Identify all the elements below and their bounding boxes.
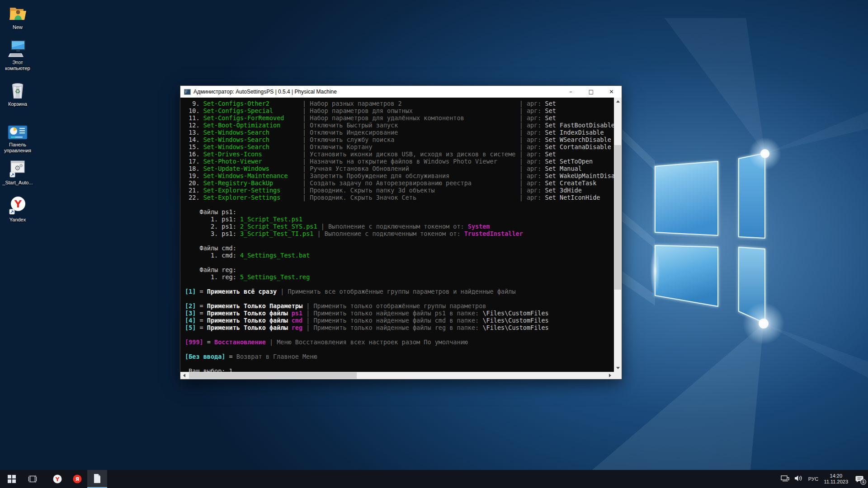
console-line: 12. Set-Boot-Optimization | Отключить Бы… — [185, 122, 614, 129]
window-titlebar[interactable]: Администратор: AutoSettingsPS | 0.5.4 | … — [180, 86, 622, 98]
console-line: 13. Set-Windows-Search | Отключить Индек… — [185, 129, 614, 136]
svg-text:♻: ♻ — [15, 88, 21, 95]
taskbar-yandex-search[interactable]: Я — [67, 470, 87, 488]
console-line: [Без ввода] = Возврат в Главное Меню — [185, 353, 614, 360]
desktop-icon-label: Этот компьютер — [0, 60, 35, 71]
svg-text:⚙: ⚙ — [19, 163, 24, 168]
clock-date: 11.11.2023 — [824, 479, 848, 484]
console-line — [185, 281, 614, 288]
console-line: [2] = Применить Только Параметры | Приме… — [185, 302, 614, 310]
minimize-button[interactable]: – — [561, 86, 581, 98]
desktop-icon-recycle-bin[interactable]: ♻ Корзина — [0, 80, 35, 107]
console-line: 17. Set-Photo-Viewer | Назначить на откр… — [185, 158, 614, 165]
console-line: 21. Set-Explorer-Settings | Проводник. С… — [185, 187, 614, 194]
console-line: 22. Set-Explorer-Settings | Проводник. С… — [185, 194, 614, 201]
taskbar-console-app[interactable] — [87, 470, 107, 488]
console-line — [185, 331, 614, 338]
console-line: Файлы ps1: — [185, 208, 614, 216]
desktop-icon-label: Корзина — [0, 101, 35, 107]
console-line: 10. Set-Configs-Special | Набор параметр… — [185, 107, 614, 114]
console-line — [185, 346, 614, 353]
scroll-down-button[interactable] — [614, 364, 622, 372]
close-button[interactable]: ✕ — [601, 86, 622, 98]
taskbar-clock[interactable]: 14:20 11.11.2023 — [824, 473, 848, 485]
console-line: [5] = Применить Только файлы reg | Приме… — [185, 324, 614, 331]
desktop-icon-label: Yandex — [0, 217, 35, 223]
horizontal-scroll-thumb[interactable] — [189, 372, 357, 379]
console-line: 15. Set-Windows-Search | Отключить Корта… — [185, 143, 614, 150]
scroll-left-button[interactable] — [180, 372, 188, 379]
svg-text:Y: Y — [55, 476, 60, 483]
computer-icon — [0, 39, 35, 59]
document-icon — [93, 474, 101, 483]
desktop-icon-this-pc[interactable]: Этот компьютер — [0, 39, 35, 71]
console-text[interactable]: 9. Set-Configs-Other2 | Набор разных пар… — [180, 98, 614, 372]
task-view-button[interactable] — [23, 470, 42, 488]
console-line — [185, 259, 614, 266]
windows-logo-icon — [8, 475, 16, 483]
system-tray: РУС 14:20 11.11.2023 1 — [781, 470, 865, 488]
task-view-icon — [28, 475, 37, 483]
console-line: 18. Set-Update-Windows | Ручная Установк… — [185, 165, 614, 172]
control-panel-icon — [0, 121, 35, 141]
scroll-right-button[interactable] — [606, 372, 614, 379]
shared-folder-icon — [0, 4, 35, 23]
taskbar: Y Я РУС 14:20 1 — [0, 470, 868, 488]
console-line — [185, 201, 614, 208]
console-line: 11. Set-Configs-ForRemoved | Набор парам… — [185, 114, 614, 122]
desktop-icon-label: _Start_Auto... — [0, 180, 35, 186]
scroll-up-button[interactable] — [614, 98, 622, 105]
scrollbar-corner — [614, 372, 622, 379]
horizontal-scrollbar[interactable] — [180, 372, 614, 379]
start-button[interactable] — [2, 470, 22, 488]
action-center-button[interactable]: 1 — [854, 473, 865, 485]
console-line: [1] = Применить всё сразу | Применить вс… — [185, 288, 614, 295]
console-line: [4] = Применить Только файлы cmd | Приме… — [185, 317, 614, 324]
script-window-gears-icon: ⚙ ⚙ — [0, 159, 35, 179]
taskbar-yandex-browser[interactable]: Y — [47, 470, 67, 488]
console-line: 2. ps1: 2_Script_Test_SYS.ps1 | Выполнен… — [185, 223, 614, 230]
maximize-button[interactable]: □ — [581, 86, 601, 98]
console-body: 9. Set-Configs-Other2 | Набор разных пар… — [180, 98, 622, 379]
console-line: 20. Set-Registry-BackUp | Создать задачу… — [185, 179, 614, 187]
volume-tray-icon[interactable] — [795, 475, 803, 483]
console-line: [999] = Восстановление | Меню Восстановл… — [185, 338, 614, 346]
desktop-icon-new-folder[interactable]: New — [0, 4, 35, 30]
svg-text:Y: Y — [14, 198, 22, 210]
console-line: [3] = Применить Только файлы ps1 | Приме… — [185, 310, 614, 317]
console-line — [185, 360, 614, 367]
desktop-icon-label: New — [0, 24, 35, 30]
recycle-bin-icon: ♻ — [0, 80, 35, 100]
console-line: 16. Set-Drives-Icons | Установить иконки… — [185, 150, 614, 158]
desktop-icon-control-panel[interactable]: Панель управления — [0, 121, 35, 154]
window-title: Администратор: AutoSettingsPS | 0.5.4 | … — [193, 89, 561, 95]
desktop-icon-start-auto-script[interactable]: ⚙ ⚙ _Start_Auto... — [0, 159, 35, 186]
language-indicator[interactable]: РУС — [808, 476, 819, 482]
notification-badge: 1 — [860, 479, 866, 485]
console-line — [185, 237, 614, 244]
console-line: Ваш выбор: 1 — [185, 367, 614, 372]
console-line — [185, 295, 614, 302]
desktop-icon-yandex[interactable]: Y Yandex — [0, 196, 35, 223]
console-line: 1. reg: 5_Settings_Test.reg — [185, 273, 614, 281]
clock-time: 14:20 — [830, 473, 843, 479]
console-line: 14. Set-Windows-Search | Отключить служб… — [185, 136, 614, 143]
console-line: 9. Set-Configs-Other2 | Набор разных пар… — [185, 100, 614, 107]
console-line: 1. cmd: 4_Settings_Test.bat — [185, 252, 614, 259]
yandex-browser-icon: Y — [0, 196, 35, 216]
console-line: Файлы cmd: — [185, 244, 614, 252]
network-tray-icon[interactable] — [781, 475, 789, 483]
svg-text:Я: Я — [75, 476, 79, 482]
desktop-icon-label: Панель управления — [0, 142, 35, 154]
yandex-search-icon: Я — [72, 474, 82, 484]
vertical-scrollbar[interactable] — [614, 98, 622, 372]
console-line: 3. ps1: 3_Script_Test_TI.ps1 | Выполнени… — [185, 230, 614, 237]
console-window: Администратор: AutoSettingsPS | 0.5.4 | … — [180, 85, 622, 380]
console-line: 19. Set-Windows-Maintenance | Запретить … — [185, 172, 614, 179]
yandex-browser-icon: Y — [52, 474, 62, 484]
console-line: 1. ps1: 1_Script_Test.ps1 — [185, 216, 614, 223]
console-window-icon — [184, 89, 191, 95]
vertical-scroll-thumb[interactable] — [614, 145, 621, 290]
console-line: Файлы reg: — [185, 266, 614, 273]
